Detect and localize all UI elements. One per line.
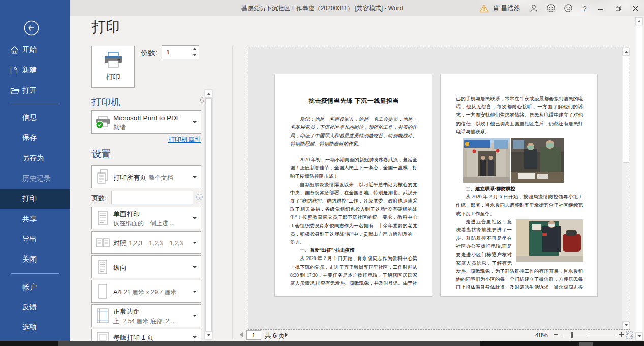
print-button-label: 打印 [106, 73, 120, 82]
backstage-scrollbar[interactable] [635, 17, 643, 341]
settings-scrollbar[interactable] [204, 89, 213, 340]
copies-decrement-button[interactable] [191, 52, 199, 59]
printer-status: 就绪 [113, 124, 126, 131]
taskbar-edge [0, 341, 644, 346]
chevron-down-icon [193, 242, 197, 244]
copies-input[interactable] [162, 46, 190, 59]
margins-value: 正常边距 [113, 308, 140, 315]
page-title: 打印 [91, 17, 120, 37]
sidebar-item-print[interactable]: 打印 [0, 189, 70, 209]
doc-paragraph: 走进五合里社区，意味着离抗疫前线更进了一步。群防群控不再是坐在社区办公室拨打电话… [456, 218, 583, 289]
pages-info-icon[interactable]: i [196, 194, 203, 200]
paper-size-dropdown[interactable]: A4 21 厘米 x 29.7 厘米 [91, 280, 201, 303]
chevron-down-icon [193, 121, 197, 123]
print-sides-value: 单面打印 [113, 210, 140, 218]
previous-page-button[interactable] [240, 332, 243, 337]
zoom-level-label[interactable]: 40% [529, 332, 548, 339]
chevron-down-icon [193, 336, 197, 338]
pages-per-sheet-value: 每版打印 1 页 [113, 334, 154, 341]
help-button[interactable]: ? [577, 0, 592, 16]
preview-page-2: 己的手机与居民联系，常常在半夜或凌晨都会接到居民的电话，他从无怨言，每次都耐心接… [440, 74, 598, 297]
up-arrow-icon [207, 93, 210, 95]
scroll-up-button[interactable] [205, 90, 212, 98]
sidebar-item-info[interactable]: 信息 [0, 108, 70, 127]
total-pages-label: 共 6 页 [265, 332, 285, 340]
scroll-up-button[interactable] [622, 48, 630, 56]
current-page-input[interactable] [246, 330, 261, 340]
smiley-happy-icon[interactable] [542, 0, 560, 16]
sidebar-item-share[interactable]: 共享 [0, 210, 70, 229]
zoom-in-button[interactable] [619, 332, 624, 337]
orientation-dropdown[interactable]: 纵向 [91, 255, 201, 278]
doc-paragraph: 从 2020 年 2 月 1 日开始，肖永俊同志作为教科中心第一批下沉的党员，走… [290, 254, 417, 289]
sidebar-item-save-as[interactable]: 另存为 [0, 149, 70, 168]
sidebar-item-export[interactable]: 导出 [0, 229, 70, 249]
taskbar-clock-sliver [579, 342, 593, 346]
print-range-desc: 整个文档 [148, 174, 173, 181]
taskbar-app-segment [58, 341, 480, 346]
sidebar-item-close[interactable]: 关闭 [0, 250, 70, 269]
warning-icon[interactable] [479, 0, 489, 16]
scroll-down-button[interactable] [622, 321, 630, 329]
print-button[interactable]: 打印 [91, 46, 135, 88]
chevron-down-icon [193, 176, 197, 178]
printer-ready-icon [92, 116, 113, 129]
sidebar-item-open[interactable]: 打开 [0, 81, 70, 100]
preview-scrollbar[interactable] [622, 48, 630, 329]
account-person-icon[interactable] [525, 0, 542, 16]
sidebar-item-label: 新建 [22, 66, 37, 75]
copies-label: 份数: [141, 49, 157, 58]
print-range-value: 打印所有页 [113, 174, 146, 181]
collated-icon [92, 236, 113, 249]
doc-paragraph: 自新冠肺炎疫情爆发以来，以习近平总书记为核心的党中央、国务院紧急部署，在全国各地… [290, 181, 417, 247]
orientation-value: 纵向 [113, 264, 127, 271]
paper-size-value: A4 [113, 288, 121, 296]
pages-range-input[interactable] [111, 191, 193, 204]
copies-increment-button[interactable] [191, 46, 199, 52]
zoom-to-page-button[interactable] [626, 331, 633, 339]
collation-value: 对照 [113, 239, 127, 247]
restore-button[interactable] [609, 0, 627, 16]
zoom-slider-handle[interactable] [571, 332, 573, 338]
sidebar-item-new[interactable]: 新建 [0, 61, 70, 80]
scrollbar-thumb[interactable] [623, 56, 629, 163]
sidebar-item-account[interactable]: 帐户 [0, 278, 70, 297]
scrollbar-thumb[interactable] [205, 98, 212, 331]
panel-divider [232, 46, 233, 339]
sidebar-item-save[interactable]: 保存 [0, 128, 70, 148]
account-user-name[interactable]: 肖 昌浩然 [493, 4, 520, 13]
scroll-up-button[interactable] [635, 17, 643, 25]
collation-dropdown[interactable]: 对照 1,2,3 1,2,3 1,2,3 [91, 231, 201, 254]
zoom-slider-track[interactable] [562, 335, 616, 335]
settings-section-heading: 设置 [91, 148, 111, 161]
print-range-dropdown[interactable]: 打印所有页 整个文档 [91, 165, 201, 188]
paper-a4-icon [92, 283, 113, 300]
scroll-down-button[interactable] [205, 331, 212, 339]
printer-select-dropdown[interactable]: Microsoft Print to PDF 就绪 [91, 110, 201, 134]
paper-size-desc: 21 厘米 x 29.7 厘米 [124, 289, 176, 296]
up-arrow-icon [625, 51, 628, 53]
sidebar-item-feedback[interactable]: 反馈 [0, 298, 70, 317]
collation-desc: 1,2,3 1,2,3 1,2,3 [129, 240, 183, 247]
back-button[interactable] [24, 20, 39, 36]
pages-label: 页数: [91, 194, 107, 203]
printer-section-heading: 打印机 [91, 96, 120, 109]
sidebar-item-home[interactable]: 开始 [0, 40, 70, 60]
print-sides-dropdown[interactable]: 单面打印 仅在纸面的一侧上进... [91, 207, 201, 229]
sidebar-item-options[interactable]: 选项 [0, 318, 70, 337]
sidebar-item-label: 开始 [22, 45, 37, 54]
printer-properties-link[interactable]: 打印机属性 [91, 135, 201, 145]
sidebar-item-history: 历史记录 [0, 169, 70, 188]
chevron-down-icon [193, 217, 197, 219]
next-page-button[interactable] [285, 332, 288, 337]
margins-icon [92, 308, 113, 324]
scrollbar-thumb[interactable] [636, 26, 642, 332]
zoom-out-button[interactable] [554, 334, 558, 335]
smiley-sad-icon[interactable] [560, 0, 577, 16]
minimize-button[interactable] [592, 0, 609, 16]
close-button[interactable] [627, 0, 644, 16]
doc-title: 抗击疫情当先锋 下沉一线显担当 [290, 97, 417, 105]
all-pages-icon [92, 169, 113, 185]
scroll-down-button[interactable] [635, 332, 643, 340]
margins-dropdown[interactable]: 正常边距 上: 2.54 厘米 底部: 2.... [91, 304, 201, 327]
